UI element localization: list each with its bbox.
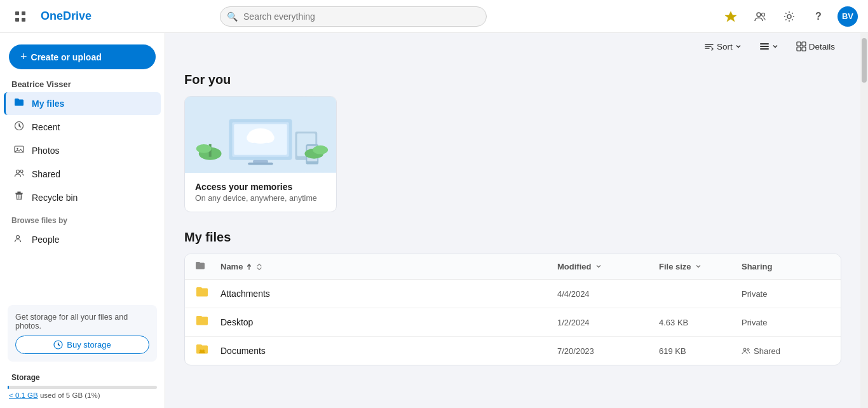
file-size: 4.63 KB: [659, 318, 742, 327]
storage-bar-container: [8, 386, 157, 389]
sidebar-item-recent-label: Recent: [32, 122, 60, 132]
topbar-actions: ? BV: [721, 6, 858, 27]
memories-card[interactable]: Access your memories On any device, anyw…: [184, 96, 337, 212]
sidebar-nav: My files Recent Photos Shared: [0, 92, 165, 210]
table-row[interactable]: Documents 7/20/2023 619 KB Shared: [185, 337, 841, 365]
avatar[interactable]: BV: [837, 6, 858, 27]
file-size: 619 KB: [659, 346, 742, 356]
sidebar-item-people-label: People: [32, 235, 60, 245]
for-you-title: For you: [184, 72, 841, 87]
files-table: Name Modified File size: [184, 254, 841, 365]
sidebar: + Create or upload Beatrice Visser My fi…: [0, 33, 165, 408]
sidebar-item-recent[interactable]: Recent: [4, 116, 161, 139]
trash-icon: [13, 191, 25, 204]
sidebar-item-my-files-label: My files: [32, 99, 64, 109]
svg-rect-3: [22, 18, 25, 22]
my-files-title: My files: [184, 230, 841, 245]
details-button[interactable]: Details: [790, 38, 841, 55]
sort-button[interactable]: Sort: [698, 38, 748, 55]
search-input[interactable]: [220, 6, 487, 27]
svg-rect-2: [15, 18, 19, 22]
memories-card-subtitle: On any device, anywhere, anytime: [195, 194, 326, 203]
search-icon: 🔍: [227, 11, 238, 22]
content-area: Sort Details For you: [165, 33, 860, 408]
storage-bar-fill: [8, 386, 9, 389]
sharing-value: Shared: [754, 346, 780, 356]
sidebar-username: Beatrice Visser: [0, 76, 165, 92]
buy-storage-button[interactable]: Buy storage: [15, 336, 149, 354]
create-btn-label: Create or upload: [31, 52, 102, 62]
scrollbar[interactable]: [860, 33, 868, 408]
svg-point-30: [262, 133, 275, 143]
svg-rect-19: [797, 47, 801, 51]
file-modified: 4/4/2024: [557, 289, 659, 299]
svg-point-12: [20, 170, 23, 173]
content-toolbar: Sort Details: [165, 33, 860, 57]
memories-card-body: Access your memories On any device, anyw…: [185, 173, 336, 212]
svg-point-5: [757, 13, 761, 17]
storage-promo-msg: Get storage for all your files and photo…: [15, 313, 149, 330]
my-files-section: My files Name Modified: [184, 230, 841, 365]
apps-icon[interactable]: [10, 6, 31, 27]
sort-label: Sort: [717, 42, 733, 51]
table-row[interactable]: Attachments 4/4/2024 Private: [185, 280, 841, 308]
folder-icon: [195, 314, 220, 330]
svg-point-24: [196, 144, 212, 153]
file-name: Desktop: [220, 317, 557, 327]
svg-rect-14: [760, 43, 769, 44]
col-sharing-label: Sharing: [742, 262, 772, 271]
col-modified-label: Modified: [557, 262, 591, 271]
storage-link[interactable]: < 0.1 GB: [9, 391, 38, 399]
svg-point-38: [313, 146, 328, 154]
sidebar-item-photos[interactable]: Photos: [4, 139, 161, 162]
svg-rect-36: [248, 163, 273, 165]
col-icon-header: [195, 261, 220, 273]
file-sharing: Shared: [742, 346, 831, 356]
storage-usage-text: < 0.1 GB used of 5 GB (1%): [0, 390, 165, 402]
svg-rect-20: [802, 47, 806, 51]
photos-icon: [13, 144, 25, 157]
sidebar-item-my-files[interactable]: My files: [4, 92, 161, 115]
storage-promo-box: Get storage for all your files and photo…: [8, 305, 157, 362]
file-sharing: Private: [742, 289, 831, 299]
clock-icon: [13, 121, 25, 133]
svg-rect-17: [797, 42, 801, 46]
sidebar-item-recycle-bin-label: Recycle bin: [32, 193, 78, 203]
col-filesize-header[interactable]: File size: [659, 262, 742, 271]
svg-rect-16: [760, 48, 769, 50]
table-row[interactable]: Desktop 1/2/2024 4.63 KB Private: [185, 308, 841, 337]
svg-rect-0: [15, 11, 19, 15]
share-people-icon-btn[interactable]: [750, 6, 770, 27]
svg-point-6: [762, 13, 765, 16]
settings-icon-btn[interactable]: [779, 6, 799, 27]
sidebar-item-people[interactable]: People: [4, 228, 161, 251]
svg-point-41: [743, 348, 746, 351]
help-icon-btn[interactable]: ?: [808, 6, 829, 27]
topbar: OneDrive 🔍 ? BV: [0, 0, 868, 33]
svg-point-29: [247, 133, 259, 143]
folder-icon: [195, 285, 220, 302]
sharing-value: Private: [742, 318, 767, 327]
file-name: Documents: [220, 346, 557, 356]
browse-files-by-label: Browse files by: [0, 210, 165, 228]
col-modified-header[interactable]: Modified: [557, 262, 659, 271]
create-upload-button[interactable]: + Create or upload: [9, 44, 156, 69]
brand-logo: OneDrive: [41, 10, 92, 23]
col-filesize-label: File size: [659, 262, 691, 271]
search-bar: 🔍: [220, 6, 487, 27]
details-label: Details: [809, 42, 835, 51]
scrollbar-thumb[interactable]: [862, 38, 867, 83]
svg-rect-18: [802, 42, 806, 46]
view-toggle-button[interactable]: [753, 38, 785, 55]
sidebar-item-recycle-bin[interactable]: Recycle bin: [4, 186, 161, 209]
svg-rect-15: [760, 46, 769, 47]
premium-icon-btn[interactable]: [721, 6, 741, 27]
file-sharing: Private: [742, 318, 831, 327]
col-name-header[interactable]: Name: [220, 262, 557, 271]
shared-icon: [13, 168, 25, 180]
sidebar-item-shared[interactable]: Shared: [4, 163, 161, 186]
main-layout: + Create or upload Beatrice Visser My fi…: [0, 33, 868, 408]
file-modified: 7/20/2023: [557, 346, 659, 356]
svg-point-10: [17, 148, 18, 149]
sharing-value: Private: [742, 289, 767, 299]
